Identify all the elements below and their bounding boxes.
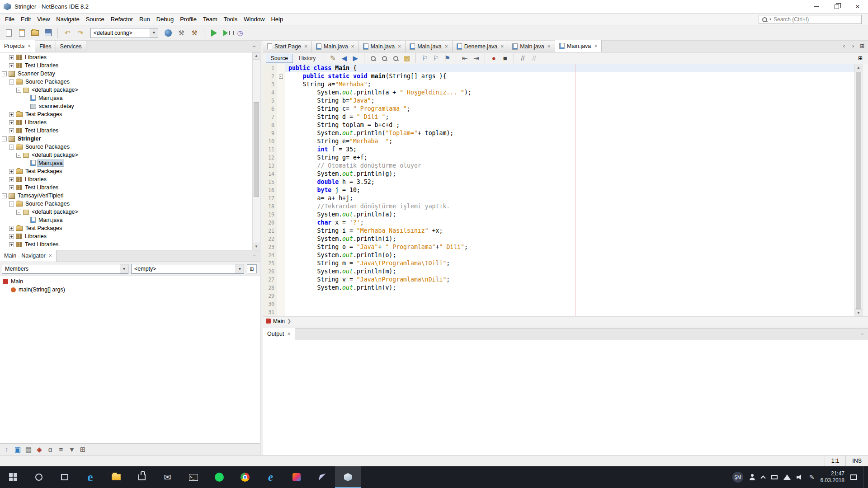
code-line-2[interactable]: 2- public static void main(String[] args… <box>263 72 854 80</box>
gutter-line-number[interactable]: 19 <box>263 211 277 219</box>
editor-tab-3[interactable]: Main.java× <box>406 41 453 52</box>
code-line-29[interactable]: 29 <box>263 292 854 300</box>
expand-icon[interactable]: + <box>9 120 14 125</box>
editor-scrollbar[interactable]: ▲ ▼ <box>854 64 862 316</box>
chevron-down-icon[interactable]: ▼ <box>150 28 158 38</box>
tab-files[interactable]: Files <box>35 41 56 52</box>
network-icon[interactable] <box>783 474 791 480</box>
tree-item-source-packages[interactable]: -Source Packages <box>0 143 252 151</box>
gutter-line-number[interactable]: 12 <box>263 154 277 162</box>
gutter-line-number[interactable]: 20 <box>263 219 277 227</box>
tree-item--default-package-[interactable]: -<default package> <box>0 151 252 159</box>
filter-combobox[interactable]: <empty> ▼ <box>131 264 244 274</box>
taskbar-media-player-icon[interactable] <box>283 466 309 488</box>
fold-margin[interactable] <box>277 80 285 89</box>
editor-tab-0[interactable]: Start Page× <box>263 41 312 52</box>
comment-icon[interactable]: // <box>518 54 528 63</box>
fold-margin[interactable] <box>277 202 285 211</box>
fold-margin[interactable] <box>277 105 285 113</box>
find-selection-icon[interactable] <box>368 54 378 63</box>
minimize-projects-icon[interactable]: − <box>250 42 258 50</box>
shift-right-icon[interactable]: ⇥ <box>471 54 481 63</box>
tab-scroll-left-icon[interactable]: ‹ <box>840 42 848 50</box>
fold-margin[interactable] <box>277 267 285 276</box>
fold-margin[interactable] <box>277 97 285 105</box>
gutter-line-number[interactable]: 1 <box>263 64 277 72</box>
minimize-output-icon[interactable]: − <box>858 330 866 338</box>
collapse-icon[interactable]: - <box>2 71 7 76</box>
tab-close-icon[interactable]: × <box>398 43 401 50</box>
tab-close-icon[interactable]: × <box>594 43 597 49</box>
fold-margin[interactable] <box>277 308 285 316</box>
fold-margin[interactable] <box>277 227 285 235</box>
history-view-button[interactable]: History <box>294 54 320 63</box>
taskbar-screenshot-tool-icon[interactable] <box>309 466 335 488</box>
menu-item-debug[interactable]: Debug <box>153 14 177 24</box>
maximize-editor-icon[interactable]: ⊞ <box>858 42 866 50</box>
projects-scrollbar[interactable]: ▲ ▼ <box>252 52 260 250</box>
tree-item-libraries[interactable]: +Libraries <box>0 232 252 240</box>
menu-item-edit[interactable]: Edit <box>18 14 34 24</box>
menu-item-help[interactable]: Help <box>268 14 286 24</box>
collapse-icon[interactable]: - <box>16 88 21 93</box>
fold-margin[interactable] <box>277 170 285 178</box>
config-combobox[interactable]: <default config> ▼ <box>90 28 158 38</box>
menu-item-tools[interactable]: Tools <box>221 14 241 24</box>
gutter-line-number[interactable]: 8 <box>263 121 277 129</box>
code-line-6[interactable]: 6 String c= " Programlama "; <box>263 105 854 113</box>
fold-collapse-icon[interactable]: - <box>279 75 283 79</box>
menu-item-window[interactable]: Window <box>241 14 268 24</box>
gutter-line-number[interactable]: 21 <box>263 227 277 235</box>
previous-bookmark-icon[interactable]: ⚐ <box>420 54 429 63</box>
tab-projects[interactable]: Projects× <box>0 40 35 52</box>
fold-margin[interactable] <box>277 219 285 227</box>
gutter-line-number[interactable]: 27 <box>263 276 277 284</box>
code-line-12[interactable]: 12 String g= e+f; <box>263 154 854 162</box>
fold-margin[interactable]: - <box>277 72 285 80</box>
code-line-23[interactable]: 23 String o = "Java"+ " Programlama"+" D… <box>263 243 854 251</box>
taskbar-file-explorer-icon[interactable] <box>103 466 129 488</box>
tree-item-source-packages[interactable]: -Source Packages <box>0 200 252 208</box>
run-project-icon[interactable] <box>208 27 220 39</box>
collapse-icon[interactable]: - <box>9 80 14 84</box>
expand-icon[interactable]: + <box>9 185 14 190</box>
code-line-16[interactable]: 16 byte j = 10; <box>263 186 854 194</box>
minimize-navigator-icon[interactable]: − <box>250 252 258 260</box>
collapse-icon[interactable]: - <box>2 193 7 198</box>
editor-tab-1[interactable]: Main.java× <box>312 41 359 52</box>
gutter-line-number[interactable]: 25 <box>263 259 277 267</box>
breadcrumb-item[interactable]: Main <box>273 318 285 324</box>
menu-item-file[interactable]: File <box>2 14 18 24</box>
gutter-line-number[interactable]: 15 <box>263 178 277 186</box>
menu-item-refactor[interactable]: Refactor <box>108 14 136 24</box>
tree-item-libraries[interactable]: +Libraries <box>0 53 252 61</box>
menu-item-team[interactable]: Team <box>200 14 221 24</box>
quick-search-box[interactable]: ▾ Search (Ctrl+I) <box>759 15 862 24</box>
fold-margin[interactable] <box>277 89 285 97</box>
tab-close-icon[interactable]: × <box>288 331 291 337</box>
gutter-line-number[interactable]: 9 <box>263 129 277 137</box>
collapse-icon[interactable]: - <box>9 202 14 206</box>
code-line-25[interactable]: 25 String m = "Java\tProgramlama\tDili"; <box>263 259 854 267</box>
code-line-9[interactable]: 9 System.out.println("Toplam="+ toplam); <box>263 129 854 137</box>
start-button[interactable] <box>0 466 26 488</box>
hidden-icons-chevron-icon[interactable] <box>760 475 765 480</box>
expand-nodes-icon[interactable]: ⊞ <box>78 445 88 454</box>
code-line-27[interactable]: 27 String v = "Java\nProgramlama\nDili"; <box>263 276 854 284</box>
shift-left-icon[interactable]: ⇤ <box>460 54 470 63</box>
fold-margin[interactable] <box>277 129 285 137</box>
tab-output[interactable]: Output × <box>263 328 295 340</box>
forward-icon[interactable]: ▶ <box>350 54 360 63</box>
gutter-line-number[interactable]: 2 <box>263 72 277 80</box>
scroll-up-icon[interactable]: ▲ <box>855 64 862 71</box>
fold-margin[interactable] <box>277 137 285 145</box>
tree-item-main-java[interactable]: Main.java <box>0 216 252 224</box>
tree-item--default-package-[interactable]: -<default package> <box>0 86 252 94</box>
next-bookmark-icon[interactable]: ⚐ <box>431 54 441 63</box>
code-line-1[interactable]: 1public class Main { <box>263 64 854 72</box>
show-desktop-button[interactable] <box>863 466 865 488</box>
taskbar-store-icon[interactable] <box>129 466 155 488</box>
tab-close-icon[interactable]: × <box>304 43 307 50</box>
code-line-8[interactable]: 8 String toplam = b+c+d ; <box>263 121 854 129</box>
expand-icon[interactable]: + <box>9 177 14 182</box>
